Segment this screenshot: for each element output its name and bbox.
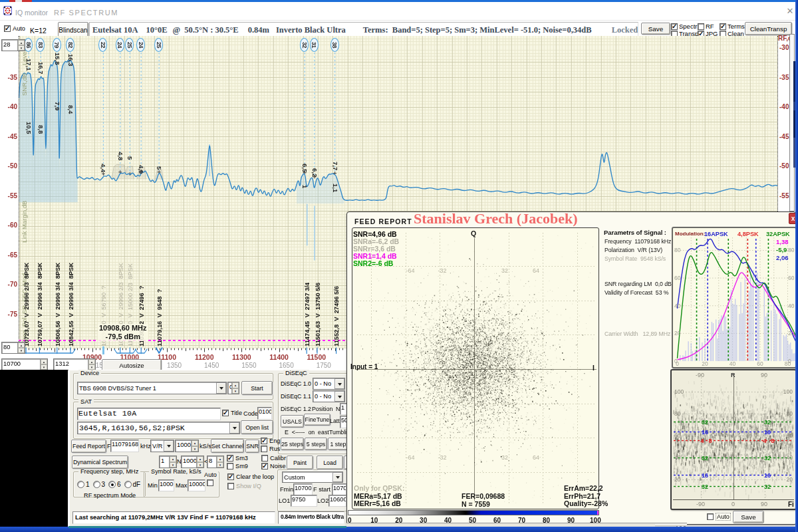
sm9-checkbox[interactable]: Sm9 <box>227 463 248 469</box>
sr-auto-checkbox[interactable] <box>207 479 213 486</box>
spin-up-icon[interactable]: ▲ <box>192 440 198 446</box>
toolbar-check-terms[interactable]: Terms <box>720 23 745 30</box>
checkbox-box[interactable] <box>261 438 267 444</box>
code-input[interactable]: 0100 <box>257 407 272 420</box>
checkbox-box[interactable] <box>222 410 229 416</box>
sm3-checkbox[interactable]: Sm3 <box>227 455 248 462</box>
fstart-input[interactable]: 10700 <box>332 483 346 495</box>
set-channel-button[interactable]: Set Channel <box>211 439 244 453</box>
spin-arrows[interactable]: ▲▼ <box>231 382 239 394</box>
diseqc11-combo[interactable]: 0 - No <box>313 390 345 402</box>
count-spinner[interactable]: 1▲▼ <box>159 456 177 468</box>
auto-checkbox-box[interactable] <box>4 25 11 32</box>
checkbox-box[interactable] <box>227 473 234 480</box>
spin-arrows[interactable]: ▲▼ <box>196 456 203 467</box>
polarization-combo[interactable]: V/R <box>150 440 174 452</box>
combo-dropdown-icon[interactable] <box>332 472 342 482</box>
freq-min-arrows[interactable]: ▲▼ <box>40 359 47 370</box>
freq-step-radio-dF[interactable]: dF <box>124 481 141 488</box>
range-preset-combo[interactable]: Custom <box>282 471 343 483</box>
checkbox-box[interactable] <box>261 455 268 462</box>
noise-checkbox[interactable]: Noise <box>261 463 286 469</box>
spin-up-icon[interactable]: ▲ <box>232 382 239 388</box>
freq-span-value[interactable]: 1312 <box>54 359 88 370</box>
snr-button[interactable]: SNR <box>245 440 259 453</box>
checkbox-box[interactable] <box>227 455 233 462</box>
toolbar-check-rf[interactable]: RF <box>698 23 714 30</box>
transponder-combo[interactable]: 3645,R,16130,56,S2;8PSK <box>77 422 240 434</box>
device-number-spinner[interactable]: 0▲▼ <box>227 382 239 394</box>
spin-arrows[interactable]: ▲▼ <box>169 456 176 467</box>
checkbox-box[interactable] <box>261 463 268 469</box>
spin-up-icon[interactable]: ▲ <box>217 456 223 462</box>
calibr-checkbox[interactable]: Calibr <box>261 455 286 462</box>
start-button[interactable]: Start <box>241 381 273 395</box>
spin-down-icon[interactable]: ▼ <box>217 462 223 468</box>
level-top-value[interactable]: 28 <box>2 40 17 51</box>
fmin-input[interactable]: 10700 <box>293 483 313 495</box>
open-list-button[interactable]: Open list <box>241 420 273 434</box>
steps-25-button[interactable]: 25 steps <box>281 438 304 450</box>
save-button[interactable]: Save <box>641 23 670 35</box>
toolbar-check-spectr[interactable]: Spectr <box>671 23 697 30</box>
freq-span-arrows[interactable]: ▲▼ <box>88 359 95 370</box>
radio-dot[interactable] <box>108 481 116 488</box>
spin-up-icon[interactable]: ▲ <box>170 456 176 462</box>
usals-button[interactable]: USALS <box>281 415 304 428</box>
level-bottom-value[interactable]: 80 <box>2 342 17 353</box>
load-button[interactable]: Load <box>317 456 343 469</box>
show-iq-checkbox[interactable]: Show I/Q <box>227 483 261 489</box>
max-input[interactable]: 10000 <box>188 479 205 491</box>
level-bottom-spinner[interactable]: 80▲▼ <box>1 342 25 354</box>
level-top-spinner[interactable]: 28▲▼ <box>1 39 25 51</box>
finetune-button[interactable]: FineTune <box>304 414 331 426</box>
lo2-input[interactable]: 10600 <box>329 495 346 507</box>
spin-down-icon[interactable]: ▼ <box>232 388 239 394</box>
step-1-button[interactable]: 1 step <box>328 438 348 450</box>
checkbox-box[interactable] <box>227 463 233 469</box>
paint-button[interactable]: Paint <box>287 456 313 469</box>
checkbox-box[interactable] <box>207 479 213 486</box>
rus-checkbox[interactable]: Rus <box>261 446 280 452</box>
freq-min-spinner[interactable]: 10700▲▼ <box>1 358 48 370</box>
checkbox-box[interactable] <box>227 483 234 489</box>
combo-dropdown-icon[interactable] <box>216 382 226 394</box>
spin-up-icon[interactable]: ▲ <box>197 456 203 462</box>
title-checkbox[interactable]: Title <box>222 410 242 416</box>
sat-name-input[interactable]: Eutelsat 10A <box>77 408 221 420</box>
spin-down-icon[interactable]: ▼ <box>170 462 176 468</box>
checkbox-box[interactable] <box>671 23 678 30</box>
spin-value[interactable]: 1000 <box>182 456 196 467</box>
feed-save-button[interactable]: Save <box>733 511 764 523</box>
frequency-input[interactable]: 11079168 <box>110 440 139 452</box>
combo-dropdown-icon[interactable] <box>334 391 344 402</box>
combo-dropdown-icon[interactable] <box>229 422 239 434</box>
n-spinner[interactable]: 1000▲▼ <box>181 456 204 468</box>
checkbox-box[interactable] <box>698 23 704 30</box>
spin-down-icon[interactable]: ▼ <box>192 446 198 452</box>
level-bottom-arrows[interactable]: ▲▼ <box>17 342 25 353</box>
freq-min-value[interactable]: 10700 <box>2 359 40 370</box>
combo-dropdown-icon[interactable] <box>334 378 344 389</box>
steps-5-button[interactable]: 5 steps <box>305 438 327 450</box>
level-top-arrows[interactable]: ▲▼ <box>17 40 25 51</box>
feed-auto-checkbox[interactable]: Auto <box>707 513 731 521</box>
combo-dropdown-icon[interactable] <box>164 440 174 452</box>
radio-dot[interactable] <box>124 481 132 488</box>
freq-step-radio-1[interactable]: 1 <box>77 481 90 488</box>
spin-value[interactable]: 1 <box>160 456 169 467</box>
diseqc10-combo[interactable]: 0 - No <box>313 378 345 390</box>
freq-step-radio-3[interactable]: 3 <box>93 481 106 488</box>
checkbox-box[interactable] <box>720 23 726 30</box>
dynamical-spectrum-button[interactable]: Dynamical Spectrum <box>72 456 128 469</box>
spin-down-icon[interactable]: ▼ <box>197 462 203 468</box>
min-input[interactable]: 1000 <box>158 479 174 491</box>
radio-dot[interactable] <box>93 481 100 488</box>
radio-dot[interactable] <box>77 481 84 488</box>
checkbox-box[interactable] <box>261 446 267 452</box>
spin-value[interactable]: 8 <box>207 456 216 467</box>
close-icon[interactable]: ✕ <box>785 7 795 16</box>
spin-arrows[interactable]: ▲▼ <box>216 456 223 467</box>
spin-arrows[interactable]: ▲▼ <box>191 440 198 452</box>
clear-loop-checkbox[interactable]: Clear the loop <box>227 473 274 480</box>
